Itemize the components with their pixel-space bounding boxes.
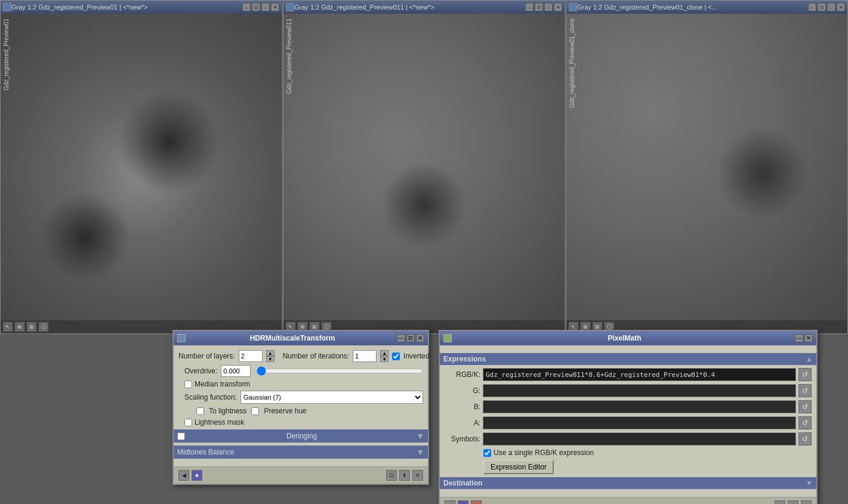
hdr-median-label: Median transform: [195, 380, 250, 388]
pm-save-icon[interactable]: ⊡: [775, 500, 785, 504]
pm-rgb-row: RGB/K: ↺: [445, 368, 812, 381]
window-2-minimize[interactable]: —: [525, 3, 534, 11]
pm-g-reset-btn[interactable]: ↺: [798, 384, 812, 397]
hdr-iterations-up[interactable]: ▲: [380, 350, 388, 356]
hdr-midtones-label: Midtones Balance: [177, 448, 234, 456]
pm-b-reset-btn[interactable]: ↺: [798, 400, 812, 413]
pm-rgb-input[interactable]: [483, 368, 796, 381]
hdr-save-icon[interactable]: ⊡: [386, 470, 397, 481]
hdr-deringing-expand-icon[interactable]: ▼: [416, 431, 424, 441]
hdr-deringing-label: Deringing: [286, 432, 317, 440]
hdr-preserve-hue-checkbox[interactable]: [251, 407, 259, 415]
pm-a-input[interactable]: [483, 416, 796, 429]
window-3-titlebar: Gray 1:2 Gdz_registered_Preview01_clone …: [566, 1, 847, 14]
pm-symbols-reset-btn[interactable]: ↺: [798, 432, 812, 446]
hdr-layers-up[interactable]: ▲: [266, 350, 275, 356]
hdr-iterations-spinner: ▲ ▼: [380, 350, 388, 362]
hdr-iterations-input[interactable]: [353, 350, 377, 362]
window-1-close[interactable]: ✕: [271, 3, 279, 11]
pm-rgb-reset-btn[interactable]: ↺: [798, 368, 812, 381]
hdr-lightness-mask-label: Lightness mask: [195, 418, 244, 426]
pm-destination-label: Destination: [443, 479, 482, 487]
pm-back-icon[interactable]: ◀: [445, 500, 455, 504]
window-3-image: [566, 14, 847, 333]
hdr-dialog-title: HDRMultiscaleTransform: [250, 334, 335, 342]
hdr-iterations-down[interactable]: ▼: [380, 356, 388, 362]
hdr-restore-btn[interactable]: ⊡: [406, 334, 415, 342]
window-3-icon: [569, 3, 577, 11]
pm-g-row: G: ↺: [445, 384, 812, 397]
pm-close-btn[interactable]: ✕: [804, 334, 813, 342]
window-1-info-icon[interactable]: ⓘ: [39, 322, 48, 332]
hdr-midtones-header[interactable]: Midtones Balance ▼: [174, 446, 428, 459]
pm-expression-editor-row: Expression Editor: [445, 460, 812, 474]
pm-symbols-input[interactable]: [483, 432, 796, 446]
pm-export-icon[interactable]: ⬆: [788, 500, 798, 504]
window-3-close[interactable]: ✕: [837, 3, 845, 11]
window-2-label: Gdz_registered_Preview011: [286, 18, 292, 94]
pm-content: Expressions ▲ RGB/K: ↺ G: ↺ B: ↺ A: ↺: [440, 345, 816, 497]
expression-editor-button[interactable]: Expression Editor: [483, 460, 554, 474]
pm-rgb-label: RGB/K:: [445, 370, 480, 379]
hdr-lightness-row: To lightness Preserve hue: [196, 407, 423, 415]
pm-expressions-label: Expressions: [443, 355, 486, 363]
pm-g-label: G:: [445, 386, 480, 395]
hdr-deringing-header[interactable]: Deringing ▼: [174, 429, 428, 443]
hdr-close-btn[interactable]: ✕: [416, 334, 424, 342]
hdr-reset-icon[interactable]: ✕: [412, 470, 423, 481]
pm-a-reset-btn[interactable]: ↺: [798, 416, 812, 429]
window-1-buttons: — ⊡ □ ✕: [242, 3, 279, 11]
pm-minimize-btn[interactable]: —: [795, 334, 803, 342]
hdr-stop-icon[interactable]: ■: [192, 470, 202, 481]
hdr-layers-down[interactable]: ▼: [266, 356, 275, 362]
pm-b-label: B:: [445, 403, 480, 411]
pm-b-input[interactable]: [483, 400, 796, 413]
window-1-label: Gdz_registered_Preview01: [3, 18, 10, 91]
hdr-inverted-label: Inverted: [403, 352, 429, 360]
pm-symbols-row: Symbols: ↺: [445, 432, 812, 446]
window-3-maximize[interactable]: □: [827, 3, 835, 11]
window-1-title: Gray 1:2 Gdz_registered_Preview01 | <*ne…: [11, 4, 242, 11]
hdr-bottom-left-icons: ◀ ■: [178, 470, 202, 481]
window-2-restore[interactable]: ⊡: [535, 3, 543, 11]
hdr-inverted-checkbox[interactable]: [392, 353, 400, 360]
pixelmath-dialog: PixelMath — ✕ Expressions ▲ RGB/K: ↺ G: …: [439, 330, 818, 504]
hdr-to-lightness-checkbox[interactable]: [196, 407, 204, 415]
pm-expressions-scroll-up[interactable]: ▲: [806, 355, 813, 363]
window-1-minimize[interactable]: —: [242, 3, 251, 11]
pm-titlebar-btns: — ✕: [795, 334, 813, 342]
window-1-icon: [3, 3, 11, 11]
hdr-midtones-expand-icon[interactable]: ▼: [416, 447, 424, 457]
pm-reset-icon[interactable]: ✕: [801, 500, 812, 504]
window-1-cursor-icon[interactable]: ↖: [3, 322, 13, 332]
hdr-scaling-select[interactable]: Gaussian (7) Linear Gaussian (3) Gaussia…: [240, 391, 423, 404]
hdr-dialog: HDRMultiscaleTransform — ⊡ ✕ Number of l…: [172, 330, 429, 485]
hdr-back-icon[interactable]: ◀: [178, 470, 189, 481]
window-2-maximize[interactable]: □: [544, 3, 553, 11]
window-3-restore[interactable]: ⊡: [818, 3, 826, 11]
hdr-deringing-checkbox[interactable]: [177, 432, 185, 440]
pm-bottom-right-icons: ⊡ ⬆ ✕: [775, 500, 812, 504]
hdr-median-checkbox[interactable]: [184, 381, 192, 388]
hdr-overdrive-slider[interactable]: [257, 366, 423, 376]
hdr-export-icon[interactable]: ⬆: [399, 470, 410, 481]
pm-stop-icon[interactable]: ■: [458, 500, 468, 504]
pm-single-rgb-checkbox[interactable]: [483, 449, 491, 457]
window-1-maximize[interactable]: □: [261, 3, 270, 11]
window-3-minimize[interactable]: —: [808, 3, 816, 11]
pm-circle-icon[interactable]: ●: [471, 500, 482, 504]
pm-destination-scroll-down[interactable]: ▼: [806, 479, 813, 487]
image-window-3: Gray 1:2 Gdz_registered_Preview01_clone …: [566, 0, 848, 334]
hdr-overdrive-input[interactable]: [221, 365, 251, 377]
hdr-lightness-mask-checkbox[interactable]: [184, 419, 192, 426]
image-window-1: Gray 1:2 Gdz_registered_Preview01 | <*ne…: [0, 0, 283, 334]
window-2-close[interactable]: ✕: [554, 3, 562, 11]
window-1-zoom-icon[interactable]: ⊕: [15, 322, 24, 332]
pm-g-input[interactable]: [483, 384, 796, 397]
window-1-pan-icon[interactable]: ⊞: [27, 322, 36, 332]
hdr-minimize-btn[interactable]: —: [397, 334, 405, 342]
window-1-restore[interactable]: ⊡: [252, 3, 260, 11]
pm-dialog-icon: [443, 334, 452, 342]
hdr-content: Number of layers: ▲ ▼ Number of iteratio…: [174, 345, 428, 466]
hdr-layers-input[interactable]: [239, 350, 263, 362]
